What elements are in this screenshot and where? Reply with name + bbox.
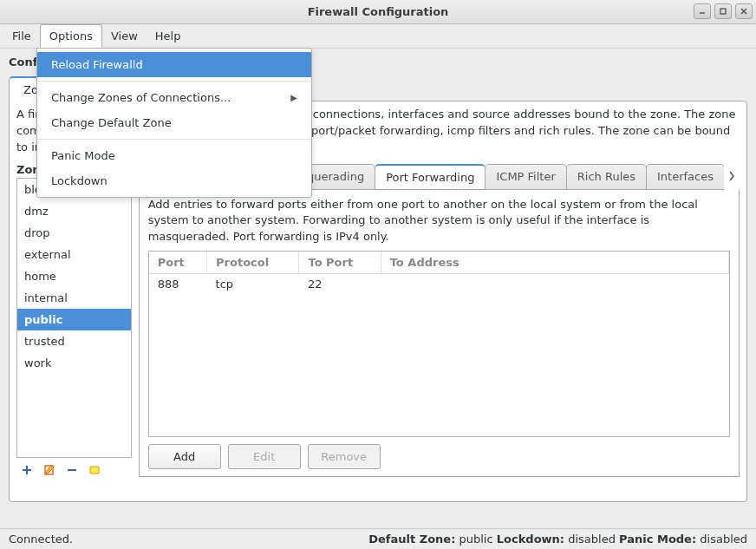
zone-detail-column: Services Ports Masquerading Port Forward… — [139, 163, 740, 477]
default-zone-label: Default Zone: — [368, 533, 455, 546]
panic-label: Panic Mode: — [619, 533, 696, 546]
close-button[interactable] — [735, 3, 753, 19]
tab-label: Rich Rules — [577, 170, 635, 183]
lockdown-label: Lockdown: — [497, 533, 564, 546]
statusbar: Connected. Default Zone: public Lockdown… — [0, 528, 756, 549]
tab-rich-rules[interactable]: Rich Rules — [566, 164, 647, 190]
zone-edit-button[interactable] — [42, 463, 56, 477]
menuitem-label: Reload Firewalld — [51, 58, 143, 71]
tab-interfaces[interactable]: Interfaces — [646, 164, 724, 190]
port-forwarding-description: Add entries to forward ports either from… — [148, 197, 730, 246]
tab-label: Interfaces — [657, 170, 714, 183]
menuitem-label: Change Default Zone — [51, 116, 172, 129]
menu-options[interactable]: Options — [40, 24, 102, 48]
svg-rect-1 — [720, 9, 726, 14]
lockdown-value: disabled — [568, 533, 616, 546]
table-row[interactable]: 888tcp22 — [149, 274, 729, 295]
tab-icmp-filter[interactable]: ICMP Filter — [485, 164, 566, 190]
zone-item-dmz[interactable]: dmz — [17, 200, 131, 222]
zone-item-public[interactable]: public — [17, 309, 131, 330]
zone-item-work[interactable]: work — [17, 352, 131, 374]
cell-to_port: 22 — [299, 274, 381, 295]
menu-change-default-zone[interactable]: Change Default Zone — [37, 110, 311, 135]
tab-label: Port Forwarding — [386, 171, 474, 184]
options-dropdown: Reload Firewalld Change Zones of Connect… — [36, 48, 312, 198]
menu-separator — [37, 81, 311, 82]
panic-value: disabled — [700, 533, 747, 546]
default-zone-value: public — [459, 533, 493, 546]
zone-defaults-button[interactable] — [88, 463, 101, 477]
menubar: File Options View Help — [0, 24, 756, 49]
zone-toolbar — [16, 458, 132, 477]
minimize-button[interactable] — [694, 3, 711, 19]
tab-label: ICMP Filter — [496, 170, 555, 183]
remove-button[interactable]: Remove — [308, 444, 381, 469]
menu-separator — [37, 139, 311, 140]
status-right: Default Zone: public Lockdown: disabled … — [368, 533, 747, 546]
cell-to_address — [381, 274, 728, 295]
menu-reload-firewalld[interactable]: Reload Firewalld — [37, 52, 311, 77]
menu-file[interactable]: File — [3, 24, 40, 48]
menu-change-zones-connections[interactable]: Change Zones of Connections...▶ — [37, 85, 311, 110]
col-to-address[interactable]: To Address — [381, 252, 728, 274]
zone-add-button[interactable] — [20, 463, 34, 477]
col-to-port[interactable]: To Port — [299, 252, 381, 274]
zone-remove-button[interactable] — [65, 463, 79, 477]
svg-rect-8 — [90, 467, 99, 474]
tabs-scroll-right[interactable] — [724, 163, 740, 189]
menuitem-label: Change Zones of Connections... — [51, 91, 231, 104]
zone-item-external[interactable]: external — [17, 244, 131, 265]
zone-item-trusted[interactable]: trusted — [17, 330, 131, 352]
edit-button[interactable]: Edit — [228, 444, 301, 469]
cell-protocol: tcp — [207, 274, 299, 295]
menuitem-label: Lockdown — [51, 174, 108, 187]
titlebar: Firewall Configuration — [0, 0, 756, 24]
submenu-arrow-icon: ▶ — [290, 93, 297, 102]
add-button[interactable]: Add — [148, 444, 221, 469]
port-forwarding-buttons: Add Edit Remove — [148, 444, 730, 469]
menuitem-label: Panic Mode — [51, 149, 115, 162]
col-port[interactable]: Port — [149, 252, 207, 274]
menu-help[interactable]: Help — [147, 24, 190, 48]
configuration-label: Conf — [9, 56, 37, 69]
zone-column: Zone blockdmzdropexternalhomeinternalpub… — [16, 163, 132, 477]
window-controls — [694, 3, 753, 19]
zone-item-home[interactable]: home — [17, 265, 131, 287]
window-title: Firewall Configuration — [0, 5, 756, 18]
menu-lockdown[interactable]: Lockdown — [37, 168, 311, 193]
col-protocol[interactable]: Protocol — [207, 252, 299, 274]
tab-port-forwarding[interactable]: Port Forwarding — [375, 164, 486, 190]
menu-panic-mode[interactable]: Panic Mode — [37, 143, 311, 168]
port-forwarding-panel: Add entries to forward ports either from… — [139, 190, 740, 477]
status-connected: Connected. — [9, 533, 73, 546]
zone-item-internal[interactable]: internal — [17, 287, 131, 309]
menu-view[interactable]: View — [102, 24, 147, 48]
zone-item-drop[interactable]: drop — [17, 222, 131, 244]
maximize-button[interactable] — [714, 3, 732, 19]
cell-port: 888 — [149, 274, 207, 295]
zone-list[interactable]: blockdmzdropexternalhomeinternalpublictr… — [16, 178, 132, 458]
port-forwarding-table[interactable]: Port Protocol To Port To Address 888tcp2… — [148, 251, 730, 436]
